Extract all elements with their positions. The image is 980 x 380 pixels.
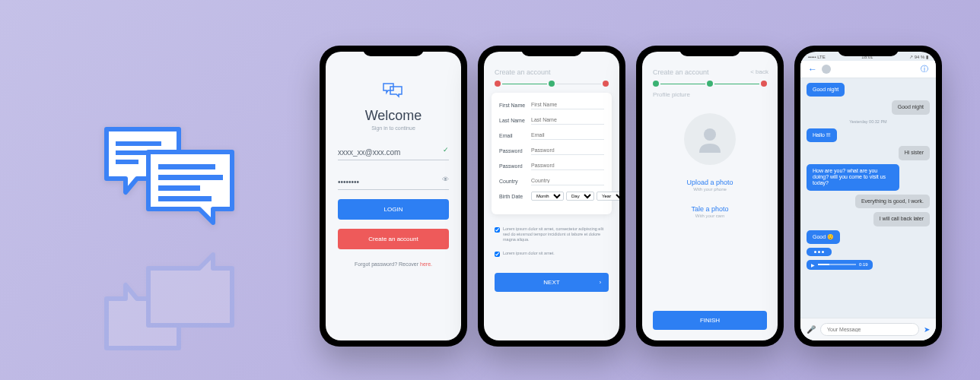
- first-name-input[interactable]: [531, 100, 604, 109]
- year-select[interactable]: Year: [597, 192, 619, 201]
- phone-profile-picture: Create an account < back Profile picture…: [636, 46, 784, 347]
- audio-duration: 0:19: [859, 262, 868, 267]
- svg-rect-6: [158, 196, 212, 201]
- brand-logo: [99, 122, 243, 356]
- country-label: Country: [499, 179, 531, 184]
- password-confirm-label: Password: [499, 163, 531, 169]
- svg-rect-3: [158, 164, 215, 169]
- svg-rect-2: [116, 160, 138, 164]
- month-select[interactable]: Month: [531, 192, 564, 201]
- last-name-input[interactable]: [531, 116, 604, 125]
- message-sent[interactable]: Good 😊: [807, 230, 840, 244]
- audio-progress[interactable]: [818, 264, 856, 265]
- phone-notch: [521, 46, 582, 56]
- password-field[interactable]: [338, 175, 449, 190]
- svg-rect-4: [158, 175, 223, 180]
- chevron-right-icon: ›: [600, 280, 601, 285]
- progress-step-3: [603, 81, 609, 87]
- back-icon[interactable]: ←: [808, 64, 817, 74]
- message-received[interactable]: I will call back later: [873, 212, 930, 226]
- terms-text-2: Lorem ipsum dolor sit amet.: [503, 251, 555, 256]
- mic-icon[interactable]: 🎤: [807, 325, 816, 334]
- progress-bar: [642, 81, 778, 87]
- terms-text-1: Lorem ipsum dolor sit amet, consectetur …: [503, 226, 609, 242]
- progress-step-1: [495, 81, 501, 87]
- email-label: Email: [499, 133, 531, 138]
- phone-notch: [838, 46, 899, 56]
- welcome-subtitle: Sign in to continue: [371, 125, 415, 131]
- progress-step-1: [653, 81, 659, 87]
- forgot-password-text: Forgot password? Recover here.: [355, 261, 432, 267]
- create-account-button[interactable]: Create an account: [338, 229, 449, 249]
- email-field[interactable]: [338, 145, 449, 160]
- eye-icon[interactable]: 👁: [442, 176, 449, 183]
- chat-bubbles-icon: [99, 122, 243, 231]
- message-received[interactable]: Good night: [892, 100, 930, 114]
- check-icon: ✓: [443, 146, 449, 154]
- message-received[interactable]: Everything is good, I work.: [855, 195, 930, 208]
- message-sent[interactable]: Hallo !!!: [807, 128, 837, 142]
- chat-timestamp: Yesterday 00:32 PM: [807, 119, 930, 124]
- progress-bar: [484, 81, 619, 87]
- audio-message[interactable]: ▶ 0:19: [807, 260, 873, 270]
- country-input[interactable]: [531, 176, 604, 185]
- welcome-title: Welcome: [365, 108, 422, 124]
- chat-header: ← ⓘ: [800, 61, 936, 78]
- phone-notch: [363, 46, 424, 56]
- progress-step-2: [549, 81, 555, 87]
- progress-step-3: [761, 81, 767, 87]
- chat-avatar[interactable]: [822, 65, 831, 74]
- info-icon[interactable]: ⓘ: [921, 64, 928, 74]
- app-logo-icon: [382, 82, 405, 103]
- phone-chat: ••••• LTE 18:01 ↗ 94 % ▮ ← ⓘ Good night …: [794, 46, 942, 347]
- upload-photo-link[interactable]: Upload a photo With your phone: [642, 179, 778, 192]
- take-photo-link[interactable]: Tale a photo With your cam: [642, 205, 778, 218]
- message-sent[interactable]: Good night: [807, 83, 845, 97]
- terms-checkbox-1[interactable]: [495, 227, 500, 233]
- carrier-text: ••••• LTE: [808, 55, 826, 59]
- last-name-label: Last Name: [499, 118, 531, 123]
- chat-input[interactable]: [820, 323, 919, 336]
- next-button[interactable]: NEXT›: [495, 273, 609, 292]
- logo-reflection: [99, 246, 243, 356]
- play-icon[interactable]: ▶: [811, 262, 815, 268]
- password-input[interactable]: [531, 146, 604, 155]
- typing-indicator: [807, 248, 832, 256]
- password-confirm-input[interactable]: [531, 161, 604, 170]
- birthdate-label: Birth Date: [499, 194, 531, 199]
- login-button[interactable]: LOGIN: [338, 199, 449, 220]
- password-label: Password: [499, 148, 531, 154]
- phone-notch: [679, 46, 740, 56]
- svg-rect-0: [116, 141, 161, 146]
- svg-rect-5: [158, 185, 200, 191]
- battery-text: ↗ 94 % ▮: [909, 54, 928, 59]
- progress-step-2: [707, 81, 713, 87]
- avatar-placeholder[interactable]: [684, 113, 736, 165]
- send-icon[interactable]: ➤: [924, 325, 930, 334]
- back-link[interactable]: < back: [750, 68, 768, 75]
- recover-link[interactable]: here.: [420, 261, 432, 267]
- profile-section-title: Profile picture: [642, 87, 778, 98]
- phone-create-account: Create an account First Name Last Name E…: [478, 46, 625, 347]
- phone-login: Welcome Sign in to continue ✓ 👁 LOGIN Cr…: [320, 46, 467, 347]
- message-sent[interactable]: How are you? what are you doing? will yo…: [807, 164, 899, 191]
- finish-button[interactable]: FINISH: [653, 311, 767, 330]
- message-received[interactable]: Hi sister: [899, 146, 930, 160]
- chat-input-bar: 🎤 ➤: [800, 318, 936, 340]
- terms-checkbox-2[interactable]: [495, 252, 500, 257]
- email-input[interactable]: [531, 131, 604, 140]
- first-name-label: First Name: [499, 103, 531, 108]
- svg-rect-1: [116, 150, 150, 155]
- svg-point-7: [704, 128, 716, 141]
- chat-messages: Good night Good night Yesterday 00:32 PM…: [800, 78, 936, 318]
- person-icon: [695, 124, 725, 154]
- day-select[interactable]: Day: [566, 192, 594, 201]
- signup-form: First Name Last Name Email Password Pass…: [492, 93, 612, 214]
